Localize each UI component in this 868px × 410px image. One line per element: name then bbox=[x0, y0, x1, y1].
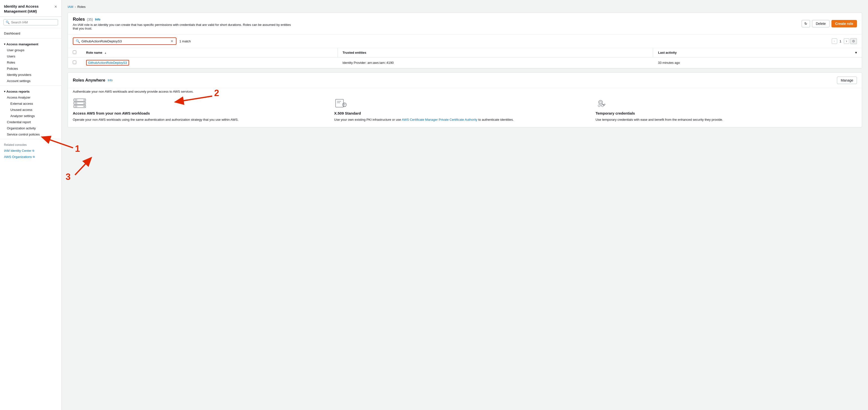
roles-count: (35) bbox=[87, 18, 93, 22]
close-icon[interactable]: × bbox=[54, 4, 58, 9]
sidebar-item-access-analyzer[interactable]: Access Analyzer bbox=[0, 94, 61, 101]
svg-rect-8 bbox=[75, 106, 77, 107]
row-checkbox[interactable] bbox=[73, 61, 76, 64]
row-dropdown-cell bbox=[850, 58, 862, 68]
anywhere-features: Access AWS from your non AWS workloads O… bbox=[68, 97, 862, 127]
feature-item-credentials: Temporary credentials Use temporary cred… bbox=[596, 97, 857, 122]
roles-search-box: 🔍 ✕ bbox=[73, 37, 177, 45]
sidebar-item-service-control-policies[interactable]: Service control policies bbox=[0, 131, 61, 137]
feature-credentials-title: Temporary credentials bbox=[596, 111, 849, 115]
roles-description: An IAM role is an identity you can creat… bbox=[73, 23, 295, 30]
pagination-area: ‹ 1 › ⚙ bbox=[832, 38, 857, 44]
svg-point-13 bbox=[344, 103, 345, 105]
search-clear-button[interactable]: ✕ bbox=[170, 39, 174, 43]
feature-workloads-title: Access AWS from your non AWS workloads bbox=[73, 111, 327, 115]
sidebar-item-unused-access[interactable]: Unused access bbox=[0, 107, 61, 113]
acm-pca-link[interactable]: AWS Certificate Manager Private Certific… bbox=[402, 118, 477, 122]
sidebar-search-area: 🔍 bbox=[0, 17, 61, 28]
roles-table: Role name ▲ Trusted entities Last activi… bbox=[68, 48, 862, 68]
sidebar-section-access-reports[interactable]: ▾ Access reports bbox=[0, 87, 61, 94]
certificate-icon bbox=[334, 97, 348, 109]
svg-point-3 bbox=[84, 100, 85, 101]
pagination-page-number: 1 bbox=[838, 39, 843, 43]
sidebar-item-users[interactable]: Users bbox=[0, 53, 61, 59]
anywhere-info-link[interactable]: Info bbox=[108, 78, 113, 82]
sidebar-item-organization-activity[interactable]: Organization activity bbox=[0, 125, 61, 131]
delete-button[interactable]: Delete bbox=[812, 20, 829, 27]
feature-workloads-desc: Operate your non AWS workloads using the… bbox=[73, 117, 327, 122]
svg-rect-9 bbox=[336, 99, 343, 107]
sidebar-search-input[interactable] bbox=[11, 21, 56, 24]
sidebar-item-account-settings[interactable]: Account settings bbox=[0, 78, 61, 84]
iam-identity-center-link[interactable]: IAM Identity Center ⧉ bbox=[0, 147, 61, 154]
related-consoles-label: Related consoles bbox=[0, 141, 61, 147]
roles-card: Roles (35) Info An IAM role is an identi… bbox=[68, 12, 862, 68]
roles-info-link[interactable]: Info bbox=[95, 18, 100, 21]
chevron-access-reports-icon: ▾ bbox=[4, 90, 5, 93]
match-count-text: 1 match bbox=[179, 39, 191, 43]
sort-role-name-icon: ▲ bbox=[104, 52, 106, 54]
sidebar-nav: Dashboard ▾ Access management User group… bbox=[0, 28, 61, 405]
roles-title: Roles (35) Info bbox=[73, 17, 295, 22]
roles-search-input[interactable] bbox=[82, 39, 169, 43]
col-header-last-activity[interactable]: Last activity bbox=[653, 48, 850, 58]
sidebar-item-policies[interactable]: Policies bbox=[0, 66, 61, 72]
pagination-next-button[interactable]: › bbox=[844, 38, 849, 44]
sidebar-item-external-access[interactable]: External access bbox=[0, 101, 61, 107]
roles-search-area: 🔍 ✕ 1 match ‹ 1 › ⚙ bbox=[68, 34, 862, 48]
sidebar-item-credential-report[interactable]: Credential report bbox=[0, 119, 61, 125]
svg-point-21 bbox=[598, 105, 600, 107]
svg-rect-7 bbox=[75, 103, 77, 104]
col-dropdown-icon: ▾ bbox=[855, 51, 857, 55]
sidebar-item-identity-providers[interactable]: Identity providers bbox=[0, 72, 61, 78]
iam-identity-center-external-icon: ⧉ bbox=[32, 149, 34, 152]
svg-point-22 bbox=[601, 105, 603, 107]
manage-button[interactable]: Manage bbox=[837, 77, 857, 84]
anywhere-title: Roles Anywhere bbox=[73, 78, 105, 83]
svg-rect-6 bbox=[75, 100, 77, 101]
feature-credentials-desc: Use temporary credentials with ease and … bbox=[596, 117, 849, 122]
refresh-icon: ↻ bbox=[804, 22, 807, 26]
anywhere-header: Roles Anywhere Info Manage bbox=[68, 73, 862, 88]
svg-point-17 bbox=[599, 101, 601, 103]
feature-x509-title: X.509 Standard bbox=[334, 111, 588, 115]
role-name-link[interactable]: GithubActionRoleDeployS3 bbox=[86, 60, 129, 66]
sidebar-search-wrap: 🔍 bbox=[3, 19, 58, 25]
roles-anywhere-card: Roles Anywhere Info Manage Authenticate … bbox=[68, 72, 862, 127]
breadcrumb-separator: › bbox=[75, 5, 76, 9]
svg-point-4 bbox=[84, 103, 85, 104]
table-row: GithubActionRoleDeployS3 Identity Provid… bbox=[68, 58, 862, 68]
row-trusted-entities-cell: Identity Provider: arn:aws:iam::4190 bbox=[338, 58, 653, 68]
pagination-settings-button[interactable]: ⚙ bbox=[850, 38, 857, 44]
sidebar-section-access-management[interactable]: ▾ Access management bbox=[0, 40, 61, 47]
row-checkbox-cell bbox=[68, 58, 81, 68]
svg-line-18 bbox=[602, 103, 604, 106]
svg-point-10 bbox=[342, 103, 346, 107]
row-last-activity-cell: 33 minutes ago bbox=[653, 58, 850, 68]
server-icon bbox=[73, 97, 87, 109]
aws-organizations-link[interactable]: AWS Organizations ⧉ bbox=[0, 154, 61, 160]
breadcrumb-current: Roles bbox=[77, 5, 85, 9]
refresh-button[interactable]: ↻ bbox=[802, 20, 810, 27]
sidebar-item-roles[interactable]: Roles bbox=[0, 59, 61, 66]
sidebar-search-icon: 🔍 bbox=[6, 21, 10, 24]
breadcrumb-iam-link[interactable]: IAM bbox=[68, 5, 73, 9]
select-all-checkbox[interactable] bbox=[73, 50, 76, 54]
sidebar: Identity and Access Management (IAM) × 🔍… bbox=[0, 0, 62, 410]
breadcrumb: IAM › Roles bbox=[68, 5, 862, 9]
svg-point-5 bbox=[84, 106, 85, 107]
col-header-trusted-entities[interactable]: Trusted entities bbox=[338, 48, 653, 58]
main-content: IAM › Roles Roles (35) Info An IAM role … bbox=[62, 0, 868, 410]
feature-item-workloads: Access AWS from your non AWS workloads O… bbox=[73, 97, 334, 122]
create-role-button[interactable]: Create role bbox=[832, 20, 857, 27]
sidebar-item-analyzer-settings[interactable]: Analyzer settings bbox=[0, 113, 61, 119]
row-role-name-cell: GithubActionRoleDeployS3 bbox=[81, 58, 338, 68]
search-box-icon: 🔍 bbox=[76, 39, 80, 43]
col-header-role-name[interactable]: Role name ▲ bbox=[81, 48, 338, 58]
sidebar-item-user-groups[interactable]: User groups bbox=[0, 47, 61, 53]
feature-item-x509: X.509 Standard Use your own existing PKI… bbox=[334, 97, 595, 122]
sidebar-item-dashboard[interactable]: Dashboard bbox=[0, 30, 61, 37]
col-header-dropdown: ▾ bbox=[850, 48, 862, 58]
pagination-prev-button[interactable]: ‹ bbox=[832, 38, 837, 44]
chevron-access-management-icon: ▾ bbox=[4, 43, 5, 46]
